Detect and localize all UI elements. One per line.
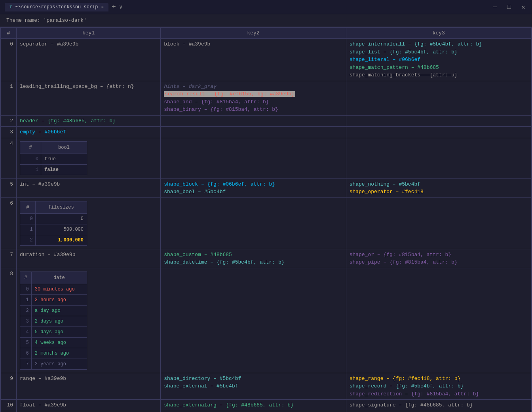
- color-value: #a39e9b: [38, 181, 60, 187]
- tab-strip: Σ ~\source\repos\forks\nu-scrip ✕ + ∨: [5, 3, 122, 11]
- mini-col-bool: bool: [41, 141, 87, 154]
- cell-8-key1: # date 0 30 minutes ago 1 3 hours: [17, 268, 161, 373]
- mini-row-num: 2: [20, 305, 32, 316]
- title-bar: Σ ~\source\repos\forks\nu-scrip ✕ + ∨ ─ …: [0, 0, 532, 14]
- shape-value: shape_signature – {fg: #48b685, attr: b}: [350, 402, 473, 408]
- shape-value: shape_datetime – {fg: #5bc4bf, attr: b}: [164, 259, 284, 265]
- mini-cell-4weeks: 4 weeks ago: [31, 337, 87, 348]
- date-table: # date 0 30 minutes ago 1 3 hours: [20, 272, 87, 370]
- data-table: # key1 key2 key3 0 separator – #a39e9b b…: [0, 27, 532, 412]
- table-row: 10 float – #a39e9b shape_externalarg – {…: [1, 400, 532, 411]
- main-content: # key1 key2 key3 0 separator – #a39e9b b…: [0, 27, 532, 412]
- tab-label: ~\source\repos\forks\nu-scrip: [15, 4, 98, 10]
- cell-10-key2: shape_externalarg – {fg: #48b685, attr: …: [161, 400, 346, 411]
- cell-3-key2: [161, 127, 346, 138]
- col-header-key1: key1: [17, 28, 161, 39]
- cell-5-key3: shape_nothing – #5bc4bf shape_operator –…: [346, 178, 531, 197]
- cell-7-key3: shape_or – {fg: #815ba4, attr: b} shape_…: [346, 249, 531, 268]
- mini-cell-2years: 2 years ago: [31, 359, 87, 369]
- mini-col-hash: #: [20, 141, 41, 154]
- cell-6-key3: [346, 197, 531, 249]
- shape-value: shape_block – {fg: #06b6ef, attr: b}: [164, 181, 275, 187]
- shape-value: shape_bool – #5bc4bf: [164, 189, 226, 195]
- mini-col-hash: #: [20, 272, 32, 284]
- mini-cell-30min: 30 minutes ago: [31, 284, 87, 294]
- table-row: 9 range – #a39e9b shape_directory – #5bc…: [1, 373, 532, 400]
- search-result-highlight: search result – {fg: #ef6155, bg: #a39e9…: [164, 91, 295, 97]
- col-header-num: #: [1, 28, 17, 39]
- cell-6-key2: [161, 197, 346, 249]
- cell-0-key3: shape_internalcall – {fg: #5bc4bf, attr:…: [346, 39, 531, 81]
- mini-cell-2days: 2 days ago: [31, 316, 87, 327]
- mini-col-date: date: [31, 272, 87, 284]
- shape-value: shape_literal – #06b6ef: [350, 57, 420, 63]
- cell-2-key3: [346, 115, 531, 127]
- mini-row-num: 1: [20, 164, 41, 175]
- new-tab-button[interactable]: +: [112, 3, 116, 11]
- cell-8-key2: [161, 268, 346, 373]
- mini-cell-1day: a day ago: [31, 305, 87, 316]
- window-controls: ─ □ ✕: [491, 3, 527, 11]
- table-row: 6 # filesizes 0 0: [1, 197, 532, 249]
- mini-row-num: 0: [20, 284, 32, 294]
- filesizes-table: # filesizes 0 0 1 500,000: [20, 201, 87, 246]
- color-value: header – {fg: #48b685, attr: b}: [20, 118, 116, 124]
- row-num-2: 2: [1, 115, 17, 127]
- cell-7-key1: duration – #a39e9b: [17, 249, 161, 268]
- mini-col-filesizes: filesizes: [35, 201, 87, 213]
- row-num-7: 7: [1, 249, 17, 268]
- cell-7-key2: shape_custom – #48b685 shape_datetime – …: [161, 249, 346, 268]
- row-num-6: 6: [1, 197, 17, 249]
- row-num-9: 9: [1, 373, 17, 400]
- color-value: #a39e9b: [44, 402, 66, 408]
- maximize-button[interactable]: □: [505, 4, 513, 11]
- cell-1-key2: hints – dark_gray search result – {fg: #…: [161, 81, 346, 115]
- table-row: 8 # date 0 30 minutes ago: [1, 268, 532, 373]
- bool-table: # bool 0 true 1 false: [20, 141, 87, 175]
- cell-4-key1: # bool 0 true 1 false: [17, 138, 161, 178]
- mini-cell-500k: 500,000: [35, 224, 87, 235]
- color-value: #a39e9b: [189, 41, 211, 47]
- cell-4-key2: [161, 138, 346, 178]
- active-tab[interactable]: Σ ~\source\repos\forks\nu-scrip ✕: [5, 3, 108, 11]
- mini-row-num: 0: [20, 213, 36, 224]
- cell-5-key2: shape_block – {fg: #06b6ef, attr: b} sha…: [161, 178, 346, 197]
- shape-value: shape_external – #5bc4bf: [164, 383, 238, 389]
- mini-cell-1m: 1,000,000: [35, 235, 87, 245]
- mini-row-num: 7: [20, 359, 32, 369]
- minimize-button[interactable]: ─: [491, 4, 499, 11]
- row-num-4: 4: [1, 138, 17, 178]
- mini-row-num: 2: [20, 235, 36, 245]
- mini-col-hash: #: [20, 201, 36, 213]
- shape-value: shape_nothing – #5bc4bf: [350, 181, 420, 187]
- shape-value: shape_operator – #fec418: [350, 189, 424, 195]
- shape-value: shape_range – {fg: #fec418, attr: b}: [350, 376, 461, 382]
- color-value: empty – #06b6ef: [20, 129, 66, 135]
- mini-cell-3hours: 3 hours ago: [31, 294, 87, 305]
- tab-dropdown-button[interactable]: ∨: [119, 4, 122, 10]
- close-button[interactable]: ✕: [519, 3, 527, 11]
- cell-2-key1: header – {fg: #48b685, attr: b}: [17, 115, 161, 127]
- table-row: 4 # bool 0 true: [1, 138, 532, 178]
- tab-close-button[interactable]: ✕: [101, 4, 104, 9]
- shape-value: shape_internalcall – {fg: #5bc4bf, attr:…: [350, 41, 482, 47]
- color-value: #a39e9b: [44, 376, 66, 382]
- cell-10-key3: shape_signature – {fg: #48b685, attr: b}: [346, 400, 531, 411]
- mini-row-num: 0: [20, 154, 41, 164]
- color-value: #a39e9b: [57, 41, 79, 47]
- cell-3-key3: [346, 127, 531, 138]
- hints-text: hints – dark_gray: [164, 84, 217, 89]
- cell-5-key1: int – #a39e9b: [17, 178, 161, 197]
- table-row: 5 int – #a39e9b shape_block – {fg: #06b6…: [1, 178, 532, 197]
- shape-value: shape_custom – #48b685: [164, 252, 232, 258]
- mini-cell-5days: 5 days ago: [31, 327, 87, 337]
- theme-name-line: Theme name: 'paraiso-dark': [0, 14, 532, 27]
- mini-cell-2months: 2 months ago: [31, 348, 87, 359]
- cell-0-key2: block – #a39e9b: [161, 39, 346, 81]
- shape-value: shape_record – {fg: #5bc4bf, attr: b}: [350, 383, 464, 389]
- tab-icon: Σ: [10, 5, 12, 9]
- cell-9-key1: range – #a39e9b: [17, 373, 161, 400]
- row-num-10: 10: [1, 400, 17, 411]
- mini-row-num: 3: [20, 316, 32, 327]
- cell-9-key2: shape_directory – #5bc4bf shape_external…: [161, 373, 346, 400]
